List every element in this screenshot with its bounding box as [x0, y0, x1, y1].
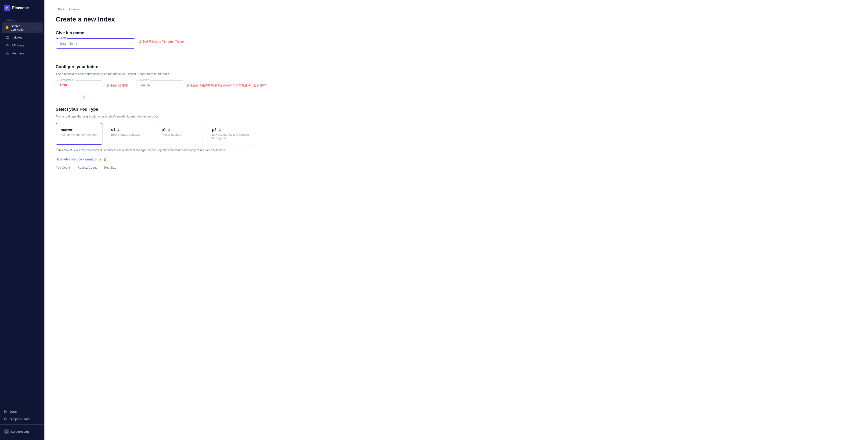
pod-name-s1: s1 🔒 [111, 128, 148, 132]
pod-name-p1: p1 🔒 [162, 128, 198, 132]
dimensions-label: Dimensions * [58, 78, 75, 81]
sidebar-item-members[interactable]: Members [2, 49, 42, 57]
metric-label: Metric * [140, 78, 150, 81]
chevron-up-icon: ∧ [99, 158, 101, 161]
advanced-fields-row: Pod Count Replica Count Pod Size [56, 166, 857, 171]
pod-grid: starter Included in the starter plan s1 … [56, 123, 857, 145]
logo: P Pinecone [0, 0, 44, 17]
indexes-icon [6, 35, 9, 39]
pod-size-field: Pod Size [104, 166, 116, 171]
org-chevron-icon: ⌄ [39, 431, 41, 433]
sidebar-item-api-keys[interactable]: API Keys [2, 41, 42, 49]
pod-desc-s1: Best storage capacity [111, 133, 148, 136]
name-field-label: Name [58, 36, 67, 39]
svg-rect-0 [6, 36, 9, 37]
api-keys-icon [6, 43, 9, 47]
pod-desc-starter: Included in the starter plan [61, 133, 97, 137]
dimensions-field-group: Dimensions * 这个值非常重要 [56, 80, 102, 90]
pod-size-label: Pod Size [104, 166, 116, 169]
chevron-icon: ⌄ [37, 27, 39, 29]
dimensions-input[interactable] [56, 80, 102, 90]
pod-card-s1[interactable]: s1 🔒 Best storage capacity [106, 123, 153, 145]
sidebar-item-label: API Keys [12, 44, 24, 47]
arrow-icon: ↑ [81, 93, 88, 101]
metric-input[interactable] [136, 80, 183, 90]
pod-card-p1[interactable]: p1 🔒 Faster queries [157, 123, 204, 145]
pod-card-starter[interactable]: starter Included in the starter plan [56, 123, 102, 145]
sidebar-item-label: Members [12, 52, 24, 55]
project-color-dot [6, 26, 8, 29]
advanced-toggle[interactable]: Hide advanced configuration ∧ 🔒 [56, 158, 857, 161]
pod-section-title: Select your Pod Type [56, 107, 857, 112]
members-icon [6, 52, 9, 55]
replica-count-field: Replica Count [78, 166, 97, 171]
replica-count-label: Replica Count [78, 166, 97, 169]
sidebar-item-docs[interactable]: Docs [0, 408, 44, 415]
support-icon [4, 417, 7, 421]
pod-desc-p2: Lowest latency and highest throughput [212, 133, 249, 140]
support-center-label: Support Center [10, 417, 30, 421]
main-content: ‹ Back to Indexes Create a new Index Giv… [44, 0, 868, 440]
docs-icon [4, 410, 7, 413]
sidebar: P Pinecone PROJECT Search application ⌄ … [0, 0, 44, 440]
sidebar-item-search-application[interactable]: Search application ⌄ [2, 23, 42, 33]
logo-text: Pinecone [12, 6, 29, 10]
org-name: EJ Lee's Org [11, 430, 29, 434]
advanced-lock-icon: 🔒 [103, 158, 107, 161]
configure-desc: The dimensions and metric depend on the … [56, 72, 857, 76]
pod-card-p2[interactable]: p2 🔒 Lowest latency and highest throughp… [207, 123, 254, 145]
svg-rect-2 [6, 38, 9, 39]
p2-lock-icon: 🔒 [218, 128, 221, 132]
dimensions-annotation: 这个值非常重要 [107, 83, 128, 88]
avatar: E [4, 429, 9, 434]
name-annotation: 这个就是你创建的 index 的名称 [139, 40, 184, 44]
pod-count-field: Pod Count [56, 166, 70, 171]
pod-name-p2: p2 🔒 [212, 128, 249, 132]
pod-docs-link[interactable]: docs. [152, 115, 159, 118]
page-title: Create a new Index [56, 15, 857, 23]
arrow-annotation-area: ↑ [56, 93, 857, 102]
p1-lock-icon: 🔒 [167, 128, 171, 132]
docs-label: Docs [10, 410, 17, 413]
pod-desc-p1: Faster queries [162, 133, 198, 136]
pod-name-starter: starter [61, 128, 97, 132]
svg-rect-1 [6, 37, 9, 38]
sidebar-item-label: Search application [11, 24, 35, 31]
name-input[interactable] [56, 38, 135, 48]
sidebar-item-indexes[interactable]: Indexes [2, 34, 42, 41]
advanced-toggle-label: Hide advanced configuration [56, 158, 97, 161]
org-selector[interactable]: E EJ Lee's Org ⌄ [0, 427, 44, 436]
back-to-indexes-link[interactable]: ‹ Back to Indexes [56, 7, 857, 11]
free-environment-note: * This project is in a free environment.… [56, 148, 857, 152]
name-field-wrapper: Name [56, 38, 135, 48]
metric-field-group: Metric * 这个是你将来查询数据库的时候使用的匹配算法，默认即可 [136, 80, 183, 90]
sidebar-item-support-center[interactable]: Support Center [0, 415, 44, 423]
configure-docs-link[interactable]: docs. [162, 72, 170, 76]
metric-annotation: 这个是你将来查询数据库的时候使用的匹配算法，默认即可 [187, 83, 266, 88]
configure-section-title: Configure your Index [56, 64, 857, 69]
pod-section-desc: Pick a pod type that aligns with your pr… [56, 115, 857, 118]
name-section-title: Give it a name [56, 31, 857, 35]
advanced-section: Pod Count Replica Count Pod Size [56, 166, 857, 171]
config-row: Dimensions * 这个值非常重要 Metric * 这个是你将来查询数据… [56, 80, 857, 90]
project-label: PROJECT [0, 17, 44, 22]
s1-lock-icon: 🔒 [117, 128, 120, 132]
logo-icon: P [4, 5, 10, 11]
back-arrow-icon: ‹ [56, 7, 57, 11]
pod-count-label: Pod Count [56, 166, 70, 169]
back-link-label: Back to Indexes [58, 7, 80, 11]
sidebar-bottom: Docs Support Center E EJ Lee's Org ⌄ [0, 406, 44, 440]
sidebar-item-label: Indexes [12, 36, 23, 39]
